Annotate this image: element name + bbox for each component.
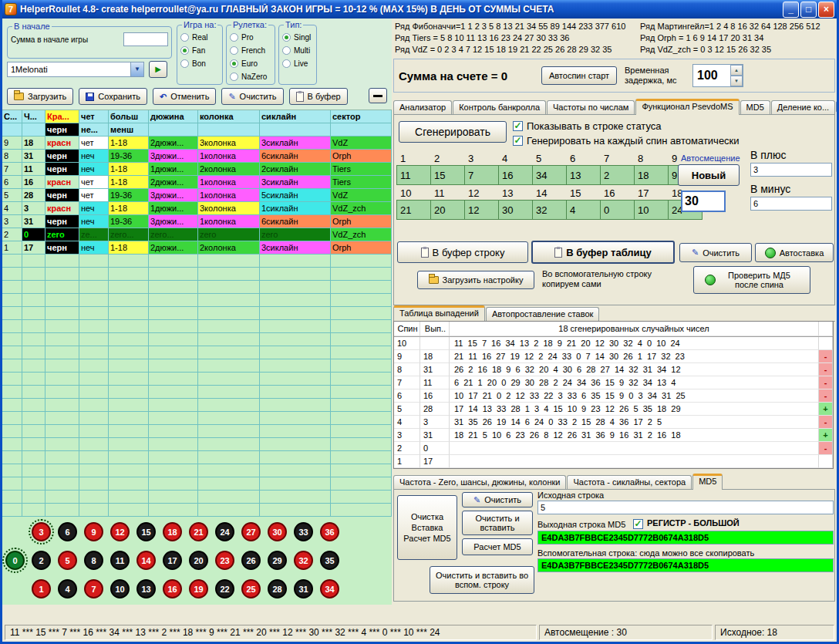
- delay-value[interactable]: 100: [693, 65, 730, 86]
- board-number-5[interactable]: 5: [58, 551, 77, 570]
- radio-singl[interactable]: Singl: [282, 31, 313, 44]
- radio-bon[interactable]: Bon: [180, 57, 219, 70]
- copy-table-button[interactable]: В буфер таблицу: [531, 241, 675, 264]
- board-number-13[interactable]: 13: [136, 579, 156, 598]
- md5-combo-button[interactable]: Очистка Вставка Расчет MD5: [397, 495, 457, 560]
- table-cell: [198, 359, 260, 373]
- board-number-9[interactable]: 9: [84, 522, 103, 541]
- minus-input[interactable]: [750, 197, 832, 211]
- preset-select[interactable]: 1Melonati ▼: [7, 62, 144, 77]
- spinner-up-button[interactable]: ▲: [730, 65, 743, 76]
- close-button[interactable]: ×: [818, 2, 834, 18]
- title-bar[interactable]: 7 HelperRoullet 4.8- create helperroulle…: [2, 0, 837, 19]
- board-number-16[interactable]: 16: [163, 579, 182, 598]
- board-number-18[interactable]: 18: [163, 522, 182, 541]
- copy-buffer-button[interactable]: В буфер: [289, 88, 348, 105]
- check-md5-button[interactable]: Проверить МД5 после спина: [693, 266, 810, 294]
- board-number-35[interactable]: 35: [320, 551, 339, 570]
- tabs-scroll-left-button[interactable]: ◀: [836, 101, 839, 113]
- board-number-28[interactable]: 28: [268, 579, 287, 598]
- autogenerate-checkbox[interactable]: ✓ Генерировать на каждый спин автоматиче…: [513, 135, 740, 147]
- clear-grid-button[interactable]: ✎ Очистить: [679, 243, 752, 262]
- tab-функционал-psevdoms[interactable]: Функционал PsevdoMS: [635, 99, 739, 115]
- numbers-cell: 31 35 26 19 14 6 24 0 33 2 15 28 4 36 17…: [450, 416, 819, 429]
- board-number-8[interactable]: 8: [84, 551, 103, 570]
- board-number-19[interactable]: 19: [189, 579, 208, 598]
- board-number-15[interactable]: 15: [136, 522, 156, 541]
- radio-real[interactable]: Real: [180, 31, 219, 44]
- board-number-2[interactable]: 2: [32, 551, 51, 570]
- undo-button[interactable]: ↶Отменить: [153, 88, 216, 105]
- board-number-32[interactable]: 32: [294, 551, 313, 570]
- show-status-checkbox[interactable]: ✓ Показывать в строке статуса: [513, 120, 662, 132]
- board-number-26[interactable]: 26: [241, 551, 261, 570]
- board-number-17[interactable]: 17: [163, 551, 182, 570]
- tab-частота-сиклайны-сектора[interactable]: Частота - сиклайны, сектора: [567, 475, 692, 489]
- start-sum-input[interactable]: [123, 32, 168, 46]
- tab-частота-zero-шансы-дюжины-колонки[interactable]: Частота - Zero, шансы, дюжины, колонки: [393, 475, 566, 489]
- generate-button[interactable]: Сгенерировать: [399, 121, 507, 143]
- board-number-6[interactable]: 6: [58, 522, 77, 541]
- board-number-1[interactable]: 1: [32, 579, 51, 598]
- board-number-34[interactable]: 34: [320, 579, 339, 598]
- board-number-3[interactable]: 3: [32, 522, 51, 541]
- plus-input[interactable]: [750, 163, 832, 177]
- autospin-button[interactable]: Автоспин старт: [541, 66, 617, 85]
- new-button[interactable]: Новый: [678, 164, 740, 186]
- clear-paste-aux-button[interactable]: Очистить и вставить во вспом. строку: [430, 566, 534, 594]
- board-number-4[interactable]: 4: [58, 579, 77, 598]
- radio-fan[interactable]: Fan: [180, 44, 219, 57]
- tab-частоты-по-числам[interactable]: Частоты по числам: [547, 100, 635, 114]
- board-number-31[interactable]: 31: [294, 579, 313, 598]
- radio-nazero[interactable]: NaZero: [230, 70, 271, 83]
- board-number-23[interactable]: 23: [215, 551, 234, 570]
- radio-live[interactable]: Live: [282, 57, 313, 70]
- copy-row-button[interactable]: В буфер строку: [397, 241, 528, 263]
- tab-автопроставление-ставок[interactable]: Автопроставление ставок: [486, 307, 599, 321]
- run-preset-button[interactable]: ▶: [149, 61, 167, 78]
- board-number-24[interactable]: 24: [215, 522, 234, 541]
- md5-clear-button[interactable]: ✎ Очистить: [462, 492, 533, 507]
- load-settings-button[interactable]: Загрузить настройку: [417, 271, 534, 289]
- radio-french[interactable]: French: [230, 44, 271, 57]
- app-icon: 7: [5, 3, 17, 15]
- md5-clear-paste-button[interactable]: Очистить и вставить: [462, 511, 533, 535]
- board-number-21[interactable]: 21: [189, 522, 208, 541]
- board-number-29[interactable]: 29: [268, 551, 287, 570]
- board-number-12[interactable]: 12: [110, 522, 130, 541]
- md5-calc-button[interactable]: Расчет MD5: [462, 538, 533, 555]
- tab-md5[interactable]: MD5: [740, 100, 770, 114]
- radio-pro[interactable]: Pro: [230, 31, 271, 44]
- board-number-25[interactable]: 25: [241, 579, 261, 598]
- board-number-14[interactable]: 14: [136, 551, 156, 570]
- collapse-button[interactable]: [369, 88, 387, 103]
- board-number-27[interactable]: 27: [241, 522, 261, 541]
- tab-контроль-банкролла[interactable]: Контроль банкролла: [453, 100, 546, 114]
- board-number-0[interactable]: 0: [5, 551, 25, 570]
- board-number-33[interactable]: 33: [294, 522, 313, 541]
- load-button[interactable]: Загрузить: [7, 88, 73, 105]
- board-number-11[interactable]: 11: [110, 551, 130, 570]
- board-number-30[interactable]: 30: [268, 522, 287, 541]
- board-number-7[interactable]: 7: [84, 579, 103, 598]
- minimize-button[interactable]: _: [783, 2, 799, 18]
- board-number-22[interactable]: 22: [215, 579, 234, 598]
- autoshift-input[interactable]: [681, 191, 726, 212]
- board-number-10[interactable]: 10: [110, 579, 130, 598]
- tab-деление-ко[interactable]: Деление ко...: [771, 100, 835, 114]
- radio-multi[interactable]: Multi: [282, 44, 313, 57]
- tab-таблица-выпадений[interactable]: Таблица выпадений: [393, 305, 485, 322]
- table-cell: [331, 464, 392, 477]
- source-string-input[interactable]: [537, 501, 834, 514]
- spinner-down-button[interactable]: ▼: [730, 76, 743, 86]
- clear-button[interactable]: ✎Очистить: [221, 88, 283, 105]
- tab-md5[interactable]: MD5: [692, 474, 723, 490]
- tab-анализатор[interactable]: Анализатор: [393, 100, 452, 114]
- save-button[interactable]: Сохранить: [79, 88, 147, 105]
- register-checkbox[interactable]: ✓ РЕГИСТР - БОЛЬШОЙ: [633, 518, 740, 529]
- radio-euro[interactable]: Euro: [230, 57, 271, 70]
- board-number-20[interactable]: 20: [189, 551, 208, 570]
- autobet-button[interactable]: Автоставка: [755, 243, 834, 262]
- maximize-button[interactable]: □: [800, 2, 817, 18]
- board-number-36[interactable]: 36: [320, 522, 339, 541]
